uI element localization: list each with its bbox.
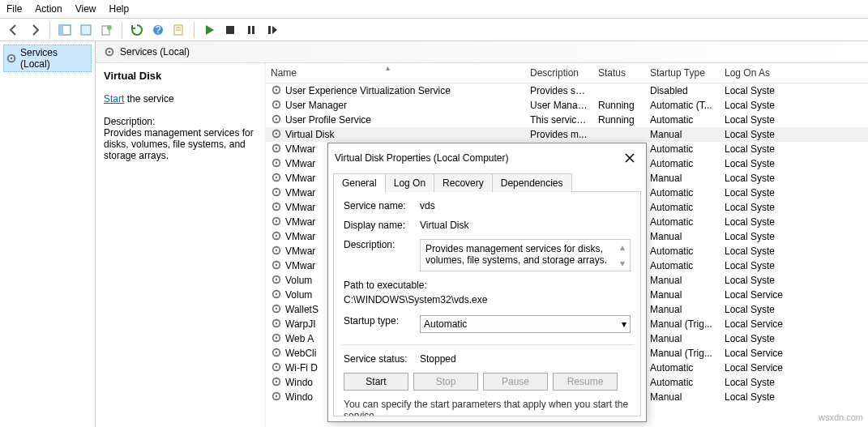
properties-view-icon[interactable] [77, 21, 95, 39]
service-status-value: Stopped [420, 353, 631, 365]
service-logon: Local Syste [720, 173, 793, 184]
svg-point-17 [109, 51, 111, 53]
svg-rect-10 [226, 26, 234, 34]
service-status-label: Service status: [344, 353, 415, 365]
service-name: Web A [285, 333, 314, 344]
svg-point-45 [276, 278, 277, 280]
service-startup: Automatic [645, 362, 720, 374]
help-icon[interactable]: ? [149, 21, 167, 39]
selected-service-title: Virtual Disk [104, 70, 257, 82]
service-name: Volum [285, 289, 312, 301]
svg-point-25 [276, 132, 277, 134]
restart-service-icon[interactable] [263, 21, 281, 39]
service-name-cell: Virtual Disk [266, 128, 525, 142]
startup-type-select[interactable]: Automatic ▾ [420, 315, 631, 333]
gear-icon [271, 201, 282, 215]
path-label: Path to executable: [344, 280, 631, 291]
col-startup[interactable]: Startup Type [645, 66, 720, 80]
menu-view[interactable]: View [75, 3, 96, 15]
service-desc: This service ... [525, 114, 593, 126]
tab-recovery[interactable]: Recovery [434, 173, 493, 192]
service-row[interactable]: Virtual DiskProvides m...ManualLocal Sys… [266, 127, 868, 142]
service-logon: Local Service [720, 318, 793, 330]
chevron-down-icon: ▾ [622, 318, 626, 330]
svg-point-51 [276, 322, 277, 323]
service-startup: Automatic [645, 143, 720, 155]
stop-service-icon[interactable] [221, 21, 239, 39]
service-logon: Local Syste [720, 202, 793, 213]
service-startup: Manual (Trig... [645, 348, 720, 359]
col-status[interactable]: Status [593, 66, 645, 80]
service-logon: Local Syste [720, 143, 793, 155]
service-name: WarpJI [285, 318, 316, 330]
service-logon: Local Syste [720, 333, 793, 344]
svg-point-31 [276, 176, 277, 177]
start-service-link[interactable]: Start [104, 93, 124, 105]
service-startup: Automatic [645, 246, 720, 257]
tab-logon[interactable]: Log On [385, 173, 434, 192]
tree-node-services[interactable]: Services (Local) [3, 45, 92, 72]
service-name-cell: User Profile Service [266, 113, 525, 127]
service-startup: Automatic [645, 216, 720, 228]
tab-dependencies[interactable]: Dependencies [492, 173, 572, 192]
service-name: Windo [285, 391, 313, 403]
properties-icon[interactable] [170, 21, 188, 39]
start-service-icon[interactable] [200, 21, 218, 39]
path-value: C:\WINDOWS\System32\vds.exe [344, 294, 631, 305]
start-button[interactable]: Start [344, 373, 408, 391]
service-logon: Local Syste [720, 391, 793, 403]
list-header-title: Services (Local) [120, 46, 190, 58]
service-row[interactable]: User ManagerUser Manag...RunningAutomati… [266, 98, 868, 113]
export-icon[interactable] [98, 21, 116, 39]
col-description[interactable]: Description [525, 66, 593, 80]
scrollbar-icon[interactable]: ▴▾ [620, 241, 628, 269]
gear-icon [271, 157, 282, 171]
svg-point-41 [276, 249, 277, 250]
display-name-value: Virtual Disk [420, 220, 631, 231]
service-name: User Profile Service [285, 114, 371, 126]
menu-file[interactable]: File [6, 3, 22, 15]
refresh-icon[interactable] [128, 21, 146, 39]
service-logon: Local Service [720, 362, 793, 374]
menu-help[interactable]: Help [109, 3, 130, 15]
menu-action[interactable]: Action [35, 3, 62, 15]
service-name: VMwar [285, 202, 315, 213]
service-startup: Manual [645, 275, 720, 286]
service-row[interactable]: User Profile ServiceThis service ...Runn… [266, 113, 868, 127]
pause-service-icon[interactable] [242, 21, 260, 39]
service-name: WalletS [285, 304, 319, 315]
svg-rect-13 [268, 26, 271, 34]
close-icon [625, 153, 635, 163]
col-name[interactable]: Name [266, 66, 525, 80]
service-startup: Manual [645, 129, 720, 140]
gear-icon [271, 186, 282, 200]
service-logon: Local Syste [720, 260, 793, 271]
gear-icon [271, 318, 282, 331]
svg-point-55 [276, 351, 277, 352]
col-logon[interactable]: Log On As [720, 66, 793, 80]
service-desc: Provides m... [525, 129, 593, 140]
service-name: VMwar [285, 143, 315, 155]
gear-icon [271, 391, 282, 404]
resume-button: Resume [553, 373, 618, 391]
gear-icon [271, 172, 282, 186]
service-logon: Local Syste [720, 187, 793, 199]
service-row[interactable]: User Experience Virtualization ServicePr… [266, 83, 868, 98]
tab-general[interactable]: General [333, 173, 386, 192]
back-icon[interactable] [5, 21, 23, 39]
close-button[interactable] [620, 148, 639, 168]
pause-button: Pause [483, 373, 548, 391]
service-startup: Manual (Trig... [645, 318, 720, 330]
service-logon: Local Syste [720, 304, 793, 315]
service-status: Running [593, 100, 645, 111]
service-name-cell: User Experience Virtualization Service [266, 84, 525, 98]
show-hide-tree-icon[interactable] [56, 21, 74, 39]
properties-dialog: Virtual Disk Properties (Local Computer)… [327, 143, 647, 422]
forward-icon[interactable] [26, 21, 44, 39]
svg-point-47 [276, 292, 277, 294]
service-logon: Local Syste [720, 129, 793, 140]
gear-icon [271, 216, 282, 229]
column-headers: Name Description Status Startup Type Log… [266, 63, 868, 83]
gear-icon [271, 347, 282, 361]
display-name-label: Display name: [344, 220, 415, 231]
